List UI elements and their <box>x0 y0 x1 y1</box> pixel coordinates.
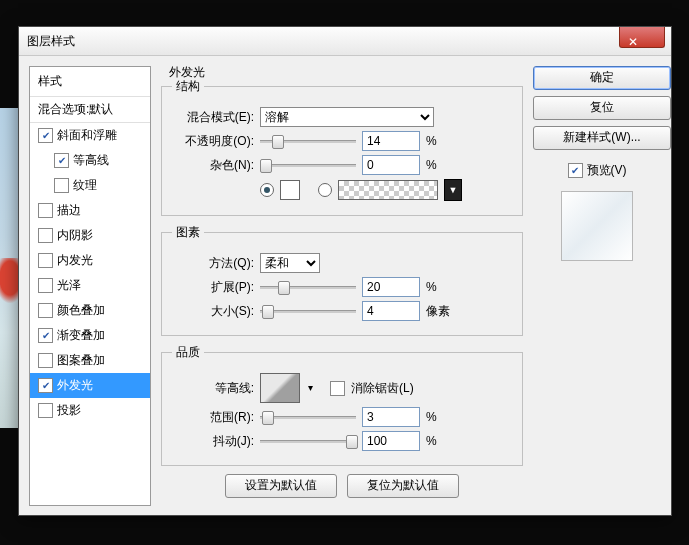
style-item-3[interactable]: 描边 <box>30 198 150 223</box>
style-label: 外发光 <box>57 377 93 394</box>
jitter-unit: % <box>426 434 454 448</box>
reset-default-button[interactable]: 复位为默认值 <box>347 474 459 498</box>
style-item-11[interactable]: 投影 <box>30 398 150 423</box>
size-slider[interactable] <box>260 304 356 318</box>
styles-header[interactable]: 样式 <box>30 67 150 97</box>
style-checkbox[interactable] <box>38 203 53 218</box>
range-slider[interactable] <box>260 410 356 424</box>
style-label: 光泽 <box>57 277 81 294</box>
style-checkbox[interactable] <box>38 353 53 368</box>
gradient-radio[interactable] <box>318 183 332 197</box>
elements-group: 图素 方法(Q): 柔和 扩展(P): % 大小(S): <box>161 224 523 336</box>
blend-options-item[interactable]: 混合选项:默认 <box>30 97 150 123</box>
range-unit: % <box>426 410 454 424</box>
noise-label: 杂色(N): <box>172 157 254 174</box>
size-unit: 像素 <box>426 303 454 320</box>
style-item-4[interactable]: 内阴影 <box>30 223 150 248</box>
structure-group: 结构 混合模式(E): 溶解 不透明度(O): % 杂色(N): <box>161 78 523 216</box>
style-item-8[interactable]: 渐变叠加 <box>30 323 150 348</box>
style-label: 投影 <box>57 402 81 419</box>
style-checkbox[interactable] <box>38 128 53 143</box>
layer-style-dialog: 图层样式 ✕ 样式 混合选项:默认 斜面和浮雕等高线纹理描边内阴影内发光光泽颜色… <box>18 26 672 516</box>
preview-label: 预览(V) <box>587 162 627 179</box>
style-label: 渐变叠加 <box>57 327 105 344</box>
style-item-10[interactable]: 外发光 <box>30 373 150 398</box>
cancel-button[interactable]: 复位 <box>533 96 671 120</box>
style-item-1[interactable]: 等高线 <box>30 148 150 173</box>
antialias-checkbox[interactable] <box>330 381 345 396</box>
style-item-0[interactable]: 斜面和浮雕 <box>30 123 150 148</box>
style-checkbox[interactable] <box>38 303 53 318</box>
preview-checkbox[interactable] <box>568 163 583 178</box>
close-icon: ✕ <box>628 33 638 51</box>
spread-unit: % <box>426 280 454 294</box>
opacity-input[interactable] <box>362 131 420 151</box>
style-label: 图案叠加 <box>57 352 105 369</box>
style-checkbox[interactable] <box>38 228 53 243</box>
contour-picker[interactable]: ▾ <box>260 373 300 403</box>
blend-options-label: 混合选项:默认 <box>38 101 113 118</box>
style-checkbox[interactable] <box>38 403 53 418</box>
jitter-label: 抖动(J): <box>172 433 254 450</box>
style-checkbox[interactable] <box>54 178 69 193</box>
style-label: 斜面和浮雕 <box>57 127 117 144</box>
quality-group: 品质 等高线: ▾ 消除锯齿(L) 范围(R): % 抖动(J): <box>161 344 523 466</box>
opacity-unit: % <box>426 134 454 148</box>
range-label: 范围(R): <box>172 409 254 426</box>
style-checkbox[interactable] <box>54 153 69 168</box>
right-panel: 确定 复位 新建样式(W)... 预览(V) <box>533 66 661 506</box>
dialog-title: 图层样式 <box>27 33 75 50</box>
style-label: 内阴影 <box>57 227 93 244</box>
blend-mode-select[interactable]: 溶解 <box>260 107 434 127</box>
opacity-slider[interactable] <box>260 134 356 148</box>
color-swatch[interactable] <box>280 180 300 200</box>
gradient-dropdown[interactable]: ▼ <box>444 179 462 201</box>
style-item-7[interactable]: 颜色叠加 <box>30 298 150 323</box>
chevron-down-icon: ▾ <box>308 382 313 393</box>
opacity-label: 不透明度(O): <box>172 133 254 150</box>
style-checkbox[interactable] <box>38 253 53 268</box>
range-input[interactable] <box>362 407 420 427</box>
new-style-button[interactable]: 新建样式(W)... <box>533 126 671 150</box>
style-item-9[interactable]: 图案叠加 <box>30 348 150 373</box>
spread-slider[interactable] <box>260 280 356 294</box>
contour-label: 等高线: <box>172 380 254 397</box>
size-label: 大小(S): <box>172 303 254 320</box>
style-label: 描边 <box>57 202 81 219</box>
antialias-label: 消除锯齿(L) <box>351 380 414 397</box>
style-label: 内发光 <box>57 252 93 269</box>
noise-unit: % <box>426 158 454 172</box>
quality-legend: 品质 <box>172 344 204 361</box>
styles-list: 样式 混合选项:默认 斜面和浮雕等高线纹理描边内阴影内发光光泽颜色叠加渐变叠加图… <box>29 66 151 506</box>
style-item-5[interactable]: 内发光 <box>30 248 150 273</box>
method-select[interactable]: 柔和 <box>260 253 320 273</box>
jitter-slider[interactable] <box>260 434 356 448</box>
size-input[interactable] <box>362 301 420 321</box>
noise-slider[interactable] <box>260 158 356 172</box>
style-checkbox[interactable] <box>38 378 53 393</box>
color-radio[interactable] <box>260 183 274 197</box>
settings-panel: 外发光 结构 混合模式(E): 溶解 不透明度(O): % 杂色(N): <box>161 66 523 506</box>
close-button[interactable]: ✕ <box>619 27 665 48</box>
style-item-6[interactable]: 光泽 <box>30 273 150 298</box>
titlebar[interactable]: 图层样式 ✕ <box>19 27 671 56</box>
style-label: 颜色叠加 <box>57 302 105 319</box>
style-label: 等高线 <box>73 152 109 169</box>
spread-input[interactable] <box>362 277 420 297</box>
style-item-2[interactable]: 纹理 <box>30 173 150 198</box>
set-default-button[interactable]: 设置为默认值 <box>225 474 337 498</box>
style-checkbox[interactable] <box>38 328 53 343</box>
style-label: 纹理 <box>73 177 97 194</box>
jitter-input[interactable] <box>362 431 420 451</box>
method-label: 方法(Q): <box>172 255 254 272</box>
style-checkbox[interactable] <box>38 278 53 293</box>
ok-button[interactable]: 确定 <box>533 66 671 90</box>
gradient-swatch[interactable] <box>338 180 438 200</box>
panel-title: 外发光 <box>169 64 205 81</box>
noise-input[interactable] <box>362 155 420 175</box>
preview-swatch <box>561 191 633 261</box>
blend-mode-label: 混合模式(E): <box>172 109 254 126</box>
elements-legend: 图素 <box>172 224 204 241</box>
spread-label: 扩展(P): <box>172 279 254 296</box>
